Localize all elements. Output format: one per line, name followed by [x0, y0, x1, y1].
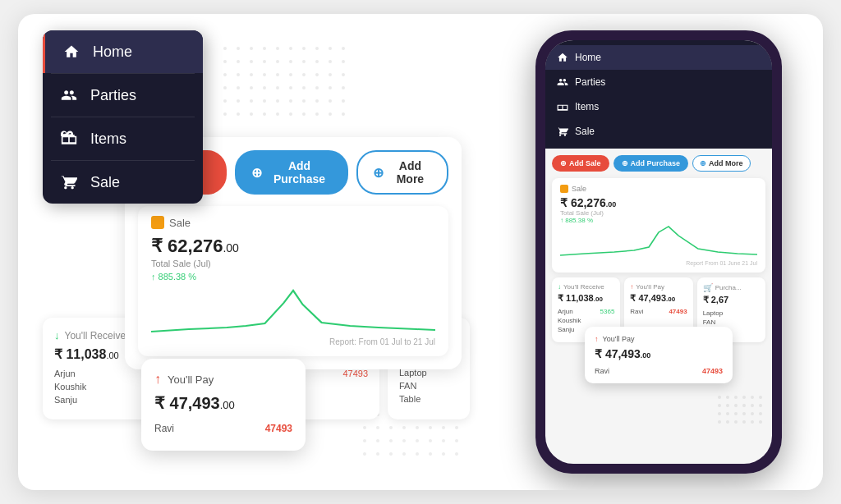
sale-card: Sale ₹ 62,276.00 Total Sale (Jul) ↑ 885.… — [138, 206, 448, 356]
items-icon — [59, 129, 79, 149]
sale-amount: ₹ 62,276.00 — [151, 236, 435, 257]
phone-add-sale-label: Add Sale — [569, 159, 601, 167]
phone-receive-amount-value: ₹ 11,038 — [558, 293, 594, 303]
phone-sidebar-items[interactable]: Items — [545, 94, 772, 119]
phone-chart — [560, 224, 757, 257]
phone-report-label: Report From 01 June 21 Jul — [560, 260, 757, 266]
phone-receive-row2: Koushik — [558, 317, 614, 324]
add-more-label: Add More — [388, 159, 432, 186]
receive-row3-name: Sanju — [54, 395, 77, 405]
receive-row2-name: Koushik — [54, 382, 86, 392]
phone-purchase-row2: FAN — [703, 318, 760, 326]
phone-sale-title: Sale — [560, 185, 757, 193]
phone-mockup: Home Parties Items Sale — [535, 30, 782, 474]
phone-sidebar-parties[interactable]: Parties — [545, 70, 772, 94]
phone-growth: ↑ 885.38 % — [560, 217, 757, 224]
pay-overlay-title: You'll Pay — [168, 373, 214, 386]
pay-overlay-row-name: Ravi — [154, 423, 174, 434]
phone-purchase-title: Purcha... — [715, 284, 742, 291]
add-purchase-label: Add Purchase — [267, 159, 332, 186]
phone-add-sale-button[interactable]: ⊕ Add Sale — [552, 155, 609, 172]
phone-receive-row1-name: Arjun — [558, 308, 573, 315]
people-icon — [59, 85, 79, 105]
phone-items-label: Items — [575, 101, 599, 112]
sale-chart — [151, 286, 435, 336]
add-more-button[interactable]: ⊕ Add More — [356, 150, 448, 195]
sale-card-title: Sale — [169, 217, 191, 229]
phone-pay-row-val: 47493 — [669, 308, 687, 315]
phone-pay-overlay-arrow-icon: ↑ — [595, 335, 599, 343]
sidebar-item-parties[interactable]: Parties — [43, 74, 203, 117]
phone-plus-purchase-icon: ⊕ — [622, 159, 628, 167]
phone-receive-row1-val: 5365 — [600, 308, 615, 315]
phone-pay-row1: Ravi 47493 — [630, 308, 687, 315]
phone-receive-amount: ₹ 11,038.00 — [558, 293, 614, 304]
phone-sidebar: Home Parties Items Sale — [545, 40, 772, 149]
phone-pay-overlay-header: ↑ You'll Pay — [595, 335, 723, 343]
phone-add-purchase-button[interactable]: ⊕ Add Purchase — [614, 155, 689, 172]
app-container: Home Parties Items Sale — [18, 14, 823, 490]
phone-home-label: Home — [575, 52, 601, 63]
sale-label: Total Sale (Jul) — [151, 259, 435, 268]
phone-sale-amount: ₹ 62,276.00 — [560, 196, 757, 209]
phone-pay-overlay-decimals: .00 — [641, 351, 651, 360]
pay-overlay-amount: ₹ 47,493.00 — [154, 393, 292, 413]
phone-purchase-row2-name: FAN — [703, 318, 716, 326]
pay-overlay-decimals: .00 — [220, 399, 235, 411]
purchase-row2-name: FAN — [399, 381, 416, 391]
phone-cart-icon: 🛒 — [703, 283, 713, 292]
phone-pay-overlay-title: You'll Pay — [603, 335, 635, 343]
phone-pay-overlay-row-val: 47493 — [702, 367, 723, 375]
phone-purchase-amount-value: ₹ 2,67 — [703, 295, 728, 305]
phone-receive-row2-name: Koushik — [558, 317, 581, 324]
pay-overlay-card: ↑ You'll Pay ₹ 47,493.00 Ravi 47493 — [141, 359, 306, 451]
phone-action-buttons: ⊕ Add Sale ⊕ Add Purchase ⊕ Add More — [552, 155, 765, 172]
phone-pay-overlay-row-name: Ravi — [595, 367, 609, 375]
phone-sidebar-sale[interactable]: Sale — [545, 119, 772, 144]
phone-pay-title: You'll Pay — [636, 283, 664, 291]
add-purchase-button[interactable]: ⊕ Add Purchase — [235, 150, 348, 195]
phone-dot-pattern — [718, 396, 767, 428]
phone-add-more-button[interactable]: ⊕ Add More — [692, 155, 751, 172]
phone-plus-more-icon: ⊕ — [700, 159, 706, 167]
phone-plus-sale-icon: ⊕ — [560, 159, 567, 167]
phone-sale-icon — [560, 185, 568, 193]
phone-sale-label: Total Sale (Jul) — [560, 209, 757, 217]
sale-icon — [59, 172, 79, 192]
phone-purchase-header: 🛒 Purcha... — [703, 283, 760, 292]
sidebar-home-label: Home — [93, 44, 132, 61]
phone-sale-decimals: .00 — [606, 200, 617, 208]
sale-decimals: .00 — [223, 241, 238, 254]
pay-overlay-amount-value: ₹ 47,493 — [154, 394, 220, 412]
arrow-down-icon: ↓ — [54, 329, 60, 341]
right-section: Home Parties Items Sale — [519, 30, 798, 474]
sidebar-item-home[interactable]: Home — [43, 30, 203, 73]
phone-sidebar-home[interactable]: Home — [545, 45, 772, 70]
sidebar-sale-label: Sale — [90, 174, 120, 191]
phone-pay-row-name: Ravi — [630, 308, 643, 315]
phone-pay-amount: ₹ 47,493.00 — [630, 293, 687, 304]
phone-arrow-up-icon: ↑ — [630, 283, 633, 291]
phone-pay-header: ↑ You'll Pay — [630, 283, 687, 291]
pay-overlay-header: ↑ You'll Pay — [154, 372, 292, 387]
sidebar-parties-label: Parties — [90, 87, 136, 104]
sidebar-item-items[interactable]: Items — [43, 117, 203, 160]
sale-growth: ↑ 885.38 % — [151, 272, 435, 282]
phone-sale-amount-value: ₹ 62,276 — [560, 196, 606, 209]
phone-add-more-label: Add More — [709, 159, 743, 167]
receive-row1-name: Arjun — [54, 369, 76, 378]
pay-overlay-row: Ravi 47493 — [154, 423, 292, 434]
phone-sale-label: Sale — [575, 126, 595, 137]
dot-pattern-top — [223, 47, 355, 129]
purchase-row3-name: Table — [399, 394, 420, 404]
growth-value: ↑ 885.38 % — [151, 272, 196, 282]
phone-receive-row3-name: Sanju — [558, 326, 574, 333]
sidebar-item-sale[interactable]: Sale — [43, 161, 203, 204]
phone-pay-amount-value: ₹ 47,493 — [630, 293, 666, 303]
phone-pay-overlay-amount-value: ₹ 47,493 — [595, 347, 641, 360]
report-label: Report: From 01 Jul to 21 Jul — [151, 337, 435, 346]
pay-row1-val: 47493 — [342, 369, 368, 378]
purchase-row-3: Table — [399, 394, 458, 404]
pay-overlay-row-value: 47493 — [265, 423, 292, 434]
receive-decimals: .00 — [106, 351, 118, 360]
